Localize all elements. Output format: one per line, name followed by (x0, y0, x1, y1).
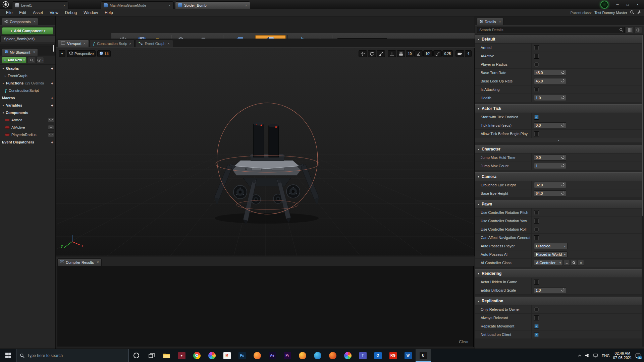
number-input[interactable]: 1 (534, 163, 566, 169)
camera-speed-icon[interactable] (455, 50, 464, 57)
action-center-icon[interactable]: 30 (635, 353, 641, 358)
checkbox[interactable] (534, 280, 539, 285)
window-tab-mainmenugamemode[interactable]: MainMenuGameMode× (101, 1, 174, 9)
number-input[interactable]: 45.0 (534, 70, 566, 76)
taskbar-app-gmail-icon[interactable]: M (219, 349, 234, 362)
scrollbar-thumb[interactable] (53, 45, 54, 52)
language-indicator[interactable]: ENG (602, 354, 610, 358)
minimize-icon[interactable]: ─ (613, 2, 622, 7)
scale-tool-icon[interactable] (377, 50, 385, 57)
start-button[interactable] (0, 349, 16, 362)
scale-snap-value[interactable]: 0.25 (442, 50, 453, 57)
menu-window[interactable]: Window (80, 10, 101, 15)
add-macro-icon[interactable]: + (51, 96, 53, 101)
variable-armed[interactable]: Armed (0, 116, 55, 124)
hidden-icons-chevron[interactable] (578, 354, 582, 357)
variable-playerinradius[interactable]: PlayerInRadius (0, 131, 55, 138)
number-input[interactable]: 64.0 (534, 190, 566, 196)
functions-section-header[interactable]: ▼ Functions (29 Overrida + (0, 79, 55, 87)
category-header[interactable]: ▼Default (475, 35, 642, 44)
checkbox[interactable]: ✓ (534, 332, 539, 337)
menu-view[interactable]: View (46, 10, 62, 15)
viewport-options-button[interactable]: ▾ (59, 50, 65, 57)
checkbox[interactable] (534, 87, 539, 92)
taskbar-app-media-app-icon[interactable]: ♥ (174, 349, 189, 362)
tab-viewport[interactable]: Viewport× (58, 40, 89, 47)
number-input[interactable]: 0.0 (534, 155, 566, 161)
network-icon[interactable] (593, 354, 598, 358)
add-dispatcher-icon[interactable]: + (51, 140, 53, 145)
property-matrix-button[interactable] (626, 27, 633, 33)
taskbar-app-rockstar-icon[interactable]: RG (385, 349, 400, 362)
taskbar-app-edge-icon[interactable] (310, 349, 325, 362)
class-dropdown[interactable]: AIController▾ (534, 260, 563, 266)
menu-edit[interactable]: Edit (16, 10, 30, 15)
taskbar-app-firefox-dev-icon[interactable] (325, 349, 340, 362)
taskbar-app-task-view-icon[interactable] (144, 349, 159, 362)
component-self-item[interactable]: Spider_Bomb(self) (0, 36, 55, 42)
panel-splitter[interactable] (0, 44, 55, 47)
blueprint-search-button[interactable] (28, 57, 35, 63)
add-variable-icon[interactable]: + (51, 103, 53, 108)
menu-file[interactable]: File (3, 10, 16, 15)
category-header[interactable]: ▼Actor Tick (475, 104, 642, 113)
status-badge[interactable] (600, 1, 608, 9)
close-tab-icon[interactable]: × (167, 42, 169, 46)
category-header[interactable]: ▼Replication (475, 297, 642, 305)
reset-to-default-icon[interactable] (561, 164, 565, 168)
parent-class-value[interactable]: Test Dummy Master (594, 11, 627, 15)
checkbox[interactable] (534, 131, 539, 136)
taskbar-search-input[interactable] (27, 353, 125, 358)
eye-closed-icon[interactable] (48, 118, 54, 122)
window-tab-level1[interactable]: Level1× (12, 1, 68, 9)
taskbar-app-outlook-icon[interactable]: O (370, 349, 385, 362)
taskbar-app-cortana-icon[interactable] (129, 349, 144, 362)
scrollbar-thumb[interactable] (642, 35, 643, 216)
category-header[interactable]: ▼Camera (475, 172, 642, 181)
checkbox[interactable] (534, 54, 539, 59)
scale-snap-icon[interactable] (433, 50, 442, 57)
variables-category-components[interactable]: ▾ Components (0, 109, 55, 116)
close-tab-icon[interactable]: × (245, 3, 247, 7)
expand-arrow-icon[interactable]: ▸ (5, 74, 6, 77)
taskbar-app-media-player-icon[interactable] (340, 349, 355, 362)
dropdown[interactable]: Disabled▾ (534, 243, 568, 249)
add-component-button[interactable]: + Add Component ▾ (2, 27, 53, 35)
reset-to-default-icon[interactable] (561, 156, 565, 160)
reset-to-default-icon[interactable] (561, 183, 565, 187)
use-selected-icon[interactable]: ← (564, 260, 570, 266)
translate-tool-icon[interactable] (359, 50, 367, 57)
graphs-section-header[interactable]: ▼ Graphs + (0, 65, 55, 72)
browse-to-icon[interactable] (571, 260, 577, 266)
category-header[interactable]: ▼Rendering (475, 269, 642, 278)
rotation-snap-value[interactable]: 10° (423, 50, 432, 57)
checkbox[interactable] (534, 307, 539, 312)
maximize-icon[interactable]: □ (623, 2, 632, 7)
close-tab-icon[interactable]: × (33, 50, 35, 54)
details-search-input[interactable] (477, 27, 625, 33)
category-header[interactable]: ▼Character (475, 145, 642, 154)
clear-icon[interactable]: × (578, 260, 584, 266)
menu-asset[interactable]: Asset (30, 10, 46, 15)
close-tab-icon[interactable]: × (499, 20, 501, 23)
checkbox[interactable] (534, 235, 539, 240)
checkbox[interactable] (534, 62, 539, 67)
taskbar-app-firefox-icon[interactable] (295, 349, 310, 362)
tab-construction-scrip[interactable]: ƒConstruction Scrip× (90, 40, 135, 47)
checkbox[interactable]: ✓ (534, 115, 539, 120)
eventgraph-item[interactable]: ▸ EventGraph (0, 72, 55, 79)
display-filter-button[interactable] (635, 27, 642, 33)
grid-snap-value[interactable]: 10 (406, 50, 414, 57)
taskbar-app-chrome-icon[interactable] (189, 349, 204, 362)
taskbar-app-photoshop-icon[interactable]: Ps (234, 349, 250, 362)
tab-event-graph[interactable]: Event Graph× (135, 40, 173, 47)
reset-to-default-icon[interactable] (561, 191, 565, 195)
menu-debug[interactable]: Debug (62, 10, 80, 15)
close-icon[interactable]: × (633, 2, 642, 7)
checkbox[interactable] (534, 315, 539, 320)
close-tab-icon[interactable]: × (63, 3, 65, 7)
category-header[interactable]: ▼Pawn (475, 200, 642, 208)
taskbar-app-unreal-icon[interactable]: U (416, 349, 431, 362)
menu-help[interactable]: Help (101, 10, 116, 15)
taskbar-app-photos-icon[interactable] (204, 349, 219, 362)
